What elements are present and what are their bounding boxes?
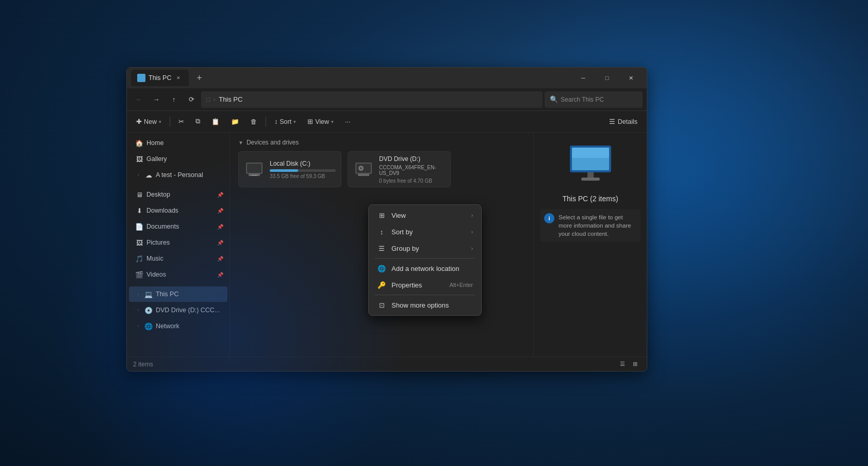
sidebar-item-music[interactable]: 🎵 Music 📌 <box>129 251 227 266</box>
grid-view-button[interactable]: ⊞ <box>629 359 641 369</box>
details-panel: This PC (2 items) i Select a single file… <box>533 133 647 357</box>
search-placeholder: Search This PC <box>561 96 604 103</box>
pin-icon-desktop: 📌 <box>217 192 223 198</box>
svg-rect-5 <box>251 175 257 176</box>
search-icon: 🔍 <box>550 95 558 103</box>
sidebar-item-network-label: Network <box>156 323 223 330</box>
tab-active[interactable]: This PC ✕ <box>131 70 189 86</box>
view-label: View <box>315 118 329 125</box>
drive-info-c: Local Disk (C:) 33.5 GB free of 59.3 GB <box>270 160 336 179</box>
this-pc-icon: 💻 <box>144 290 153 298</box>
ctx-show-more-icon: ⊡ <box>377 300 386 310</box>
videos-icon: 🎬 <box>135 270 143 279</box>
paste-icon: 📋 <box>211 118 220 125</box>
section-header-devices: ▼ Devices and drives <box>238 139 525 146</box>
sidebar-item-network[interactable]: › 🌐 Network <box>129 318 227 334</box>
tab-close-icon: ✕ <box>176 75 181 81</box>
sidebar-item-this-pc[interactable]: › 💻 This PC <box>129 286 227 302</box>
cut-button[interactable]: ✂ <box>173 114 189 130</box>
forward-button[interactable]: → <box>149 92 164 107</box>
sort-button[interactable]: ↕ Sort ▾ <box>269 114 301 130</box>
ctx-item-add-network[interactable]: 🌐 Add a network location <box>371 260 479 277</box>
pin-icon-documents: 📌 <box>217 224 223 230</box>
maximize-button[interactable]: □ <box>595 70 619 86</box>
refresh-button[interactable]: ⟳ <box>184 92 199 107</box>
address-label: This PC <box>219 95 242 103</box>
sidebar-item-downloads[interactable]: ⬇ Downloads 📌 <box>129 203 227 218</box>
sidebar-item-gallery[interactable]: 🖼 Gallery <box>129 151 227 167</box>
sidebar-item-a-test[interactable]: › ☁ A test - Personal <box>129 167 227 183</box>
details-info-text: Select a single file to get more informa… <box>559 213 636 238</box>
sidebar-item-home[interactable]: 🏠 Home <box>129 135 227 151</box>
drive-item-d[interactable]: DVD Drive (D:) CCCOMA_X64FRE_EN-US_DV9 0… <box>348 151 451 187</box>
details-icon: ☰ <box>609 118 615 125</box>
tab-label: This PC <box>149 74 171 82</box>
explorer-window: This PC ✕ + ─ □ ✕ ← → ↑ ⟳ □ › <box>126 67 647 372</box>
ctx-separator-1 <box>375 258 475 259</box>
window-controls: ─ □ ✕ <box>571 70 643 86</box>
ctx-item-show-more[interactable]: ⊡ Show more options <box>371 297 479 313</box>
sidebar-item-pictures[interactable]: 🖼 Pictures 📌 <box>129 235 227 250</box>
pictures-icon: 🖼 <box>135 238 143 247</box>
drive-item-c[interactable]: Local Disk (C:) 33.5 GB free of 59.3 GB <box>238 151 341 187</box>
ctx-item-view[interactable]: ⊞ View › <box>371 207 479 223</box>
sidebar-item-documents[interactable]: 📄 Documents 📌 <box>129 219 227 234</box>
svg-rect-1 <box>140 77 144 80</box>
drive-info-d: DVD Drive (D:) CCCOMA_X64FRE_EN-US_DV9 0… <box>379 155 445 184</box>
ctx-add-network-icon: 🌐 <box>377 264 386 273</box>
more-options-button[interactable]: ··· <box>340 114 355 130</box>
drive-bar-bg-c <box>270 169 336 172</box>
pin-icon-videos: 📌 <box>217 272 223 278</box>
new-button[interactable]: ✚ New ▾ <box>131 114 167 130</box>
sidebar-item-videos-label: Videos <box>146 271 214 278</box>
ctx-item-properties[interactable]: 🔑 Properties Alt+Enter <box>371 277 479 293</box>
view-icon: ⊞ <box>307 118 313 125</box>
title-bar: This PC ✕ + ─ □ ✕ <box>127 68 647 88</box>
sidebar-item-pictures-label: Pictures <box>146 239 214 246</box>
address-bar[interactable]: □ › This PC <box>201 91 543 108</box>
ctx-view-arrow: › <box>471 213 473 218</box>
network-icon: 🌐 <box>144 322 153 330</box>
back-button[interactable]: ← <box>131 92 146 107</box>
sort-icon: ↕ <box>274 118 277 125</box>
sidebar-item-documents-label: Documents <box>146 223 214 230</box>
move-button[interactable]: 📁 <box>226 114 244 130</box>
paste-button[interactable]: 📋 <box>206 114 225 130</box>
dvd-icon: 💿 <box>144 306 153 314</box>
drive-name-c: Local Disk (C:) <box>270 160 336 167</box>
maximize-icon: □ <box>605 75 609 81</box>
collapse-arrow[interactable]: ▼ <box>238 140 243 146</box>
delete-icon: 🗑 <box>251 118 257 125</box>
copy-button[interactable]: ⧉ <box>190 114 205 130</box>
minimize-button[interactable]: ─ <box>571 70 595 86</box>
search-box[interactable]: 🔍 Search This PC <box>545 91 643 108</box>
ctx-item-sort[interactable]: ↕ Sort by › <box>371 223 479 240</box>
new-tab-button[interactable]: + <box>192 71 206 85</box>
drive-icon-c <box>244 159 265 180</box>
ctx-item-group[interactable]: ☰ Group by › <box>371 240 479 256</box>
ctx-properties-label: Properties <box>391 281 444 289</box>
tab-folder-icon <box>137 74 145 82</box>
minimize-icon: ─ <box>581 75 585 81</box>
list-view-button[interactable]: ☰ <box>617 359 628 369</box>
sidebar-item-dvd-drive[interactable]: › 💿 DVD Drive (D:) CCC... <box>129 302 227 318</box>
view-button[interactable]: ⊞ View ▾ <box>302 114 339 130</box>
sidebar-item-music-label: Music <box>146 255 214 262</box>
up-button[interactable]: ↑ <box>166 92 182 107</box>
move-icon: 📁 <box>231 118 239 125</box>
sidebar-item-desktop[interactable]: 🖥 Desktop 📌 <box>129 187 227 202</box>
pin-icon-downloads: 📌 <box>217 208 223 214</box>
delete-button[interactable]: 🗑 <box>245 114 263 130</box>
drive-space-d: 0 bytes free of 4.70 GB <box>379 178 445 184</box>
details-panel-title: This PC (2 items) <box>562 195 618 203</box>
status-bar: 2 items ☰ ⊞ <box>127 357 647 371</box>
drive-name-d-line2: CCCOMA_X64FRE_EN-US_DV9 <box>379 165 445 176</box>
ctx-view-label: View <box>391 212 466 219</box>
close-button[interactable]: ✕ <box>619 70 643 86</box>
details-label: Details <box>618 118 637 125</box>
address-nav-icon: □ <box>206 95 210 103</box>
sidebar-item-videos[interactable]: 🎬 Videos 📌 <box>129 267 227 282</box>
info-icon: i <box>544 213 554 223</box>
tab-close-button[interactable]: ✕ <box>174 74 183 82</box>
details-panel-button[interactable]: ☰ Details <box>604 115 643 128</box>
